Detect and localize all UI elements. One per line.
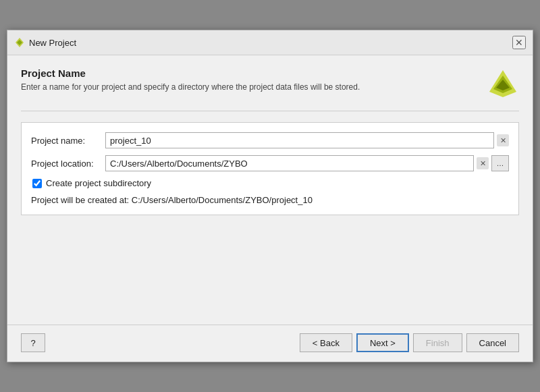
footer-left: ? xyxy=(21,333,45,352)
project-name-label: Project name: xyxy=(31,136,105,146)
project-name-clear-button[interactable]: ✕ xyxy=(497,134,509,146)
close-button[interactable]: ✕ xyxy=(512,36,526,49)
header-text: Project Name Enter a name for your proje… xyxy=(21,67,487,93)
cancel-button[interactable]: Cancel xyxy=(466,333,519,352)
project-location-browse-button[interactable]: … xyxy=(491,155,509,171)
title-bar: New Project ✕ xyxy=(7,30,533,55)
divider xyxy=(21,111,519,111)
main-area: Project name: ✕ Project location: ✕ … xyxy=(21,122,519,311)
footer: ? < Back Next > Finish Cancel xyxy=(7,325,533,362)
app-icon xyxy=(14,37,25,48)
page-subtitle: Enter a name for your project and specif… xyxy=(21,82,487,93)
project-name-input-wrap: ✕ xyxy=(105,132,509,148)
project-path-prefix: Project will be created at: xyxy=(31,195,129,205)
new-project-dialog: New Project ✕ Project Name Enter a name … xyxy=(7,30,533,362)
project-name-row: Project name: ✕ xyxy=(31,132,509,148)
project-location-input-wrap: ✕ … xyxy=(105,155,509,171)
create-subdirectory-row: Create project subdirectory xyxy=(31,178,509,188)
dialog-title: New Project xyxy=(29,38,76,48)
header-section: Project Name Enter a name for your proje… xyxy=(21,67,519,100)
project-name-input[interactable] xyxy=(105,132,494,148)
project-location-row: Project location: ✕ … xyxy=(31,155,509,171)
project-location-input[interactable] xyxy=(105,155,474,171)
form-section: Project name: ✕ Project location: ✕ … xyxy=(21,122,519,215)
project-path-value: C:/Users/Alberto/Documents/ZYBO/project_… xyxy=(132,195,313,205)
title-bar-left: New Project xyxy=(14,37,76,48)
project-location-label: Project location: xyxy=(31,159,105,169)
create-subdirectory-label[interactable]: Create project subdirectory xyxy=(46,178,151,188)
back-button[interactable]: < Back xyxy=(300,333,352,352)
next-button[interactable]: Next > xyxy=(356,333,409,352)
brand-logo xyxy=(487,67,519,100)
finish-button[interactable]: Finish xyxy=(413,333,462,352)
footer-right: < Back Next > Finish Cancel xyxy=(300,333,519,352)
project-path-row: Project will be created at: C:/Users/Alb… xyxy=(31,195,509,205)
create-subdirectory-checkbox[interactable] xyxy=(32,179,42,188)
dialog-content: Project Name Enter a name for your proje… xyxy=(7,55,533,318)
project-location-clear-button[interactable]: ✕ xyxy=(477,157,489,169)
page-title: Project Name xyxy=(21,67,487,79)
help-button[interactable]: ? xyxy=(21,333,45,352)
